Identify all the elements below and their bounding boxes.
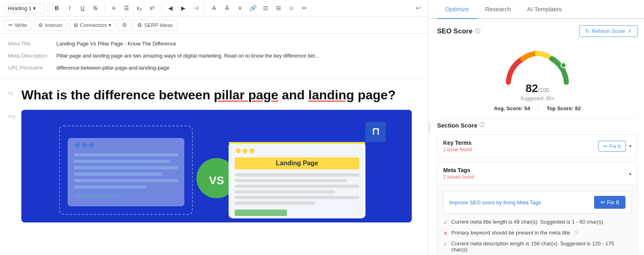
link-button[interactable]: 🔗 <box>247 2 258 14</box>
text-align-button[interactable]: ≡ <box>234 2 246 14</box>
align-right-button[interactable]: ▶ <box>178 2 189 14</box>
key-terms-right: ✏ Fix It ▾ <box>598 141 632 152</box>
image-button[interactable]: ⊡ <box>260 2 271 14</box>
write-button[interactable]: ✏ Write <box>4 20 31 31</box>
svg-point-16 <box>236 148 241 153</box>
svg-rect-27 <box>235 210 287 216</box>
align-left-button[interactable]: ◀ <box>165 2 176 14</box>
strikethrough-button[interactable]: S <box>90 2 101 14</box>
ordered-list-button[interactable]: ≡ <box>108 2 119 14</box>
gauge-chart <box>501 46 574 86</box>
svg-rect-15 <box>229 142 365 144</box>
article-illustration: VS Landing Page <box>21 110 412 222</box>
subscript-button[interactable]: x₂ <box>134 2 145 14</box>
gauge-stats: Avg. Score: 54 Top Score: 82 <box>494 105 581 111</box>
key-terms-issue: 1 issue found <box>443 147 472 152</box>
svg-rect-21 <box>235 173 359 177</box>
connectors-button[interactable]: ⊞ Connectors ▾ <box>69 20 116 31</box>
tab-ai-templates[interactable]: AI Templates <box>519 0 570 19</box>
heading-select-arrow: ▾ <box>33 5 36 11</box>
meta-permalink-row: URL Permalink difference-between-pillar-… <box>8 62 420 74</box>
meta-permalink-value[interactable]: difference-between-pillar-page-and-landi… <box>56 64 420 72</box>
meta-tags-issue: 2 issues found <box>443 174 474 180</box>
svg-text:⊓: ⊓ <box>372 126 380 137</box>
instruct-button[interactable]: ⚙ Instruct <box>34 20 67 31</box>
svg-point-4 <box>89 143 94 148</box>
editor-content[interactable]: h1 What is the difference between pillar… <box>0 79 428 255</box>
check-item-3: ✓ Current meta description length is 156… <box>443 241 632 253</box>
improve-text: Improve SEO score by fixing Meta Tags <box>449 199 541 206</box>
meta-tags-header: Meta Tags 2 issues found ▴ <box>438 162 637 185</box>
meta-tags-fix-button[interactable]: ✏ Fix It <box>594 196 625 209</box>
check-item-1: ✓ Current meta title length is 49 char(s… <box>443 219 632 226</box>
check-info-icon-2[interactable]: ⓘ <box>574 230 579 236</box>
meta-tags-title: Meta Tags <box>443 167 474 173</box>
seo-score-info-icon[interactable]: ⓘ <box>475 28 480 35</box>
superscript-button[interactable]: x² <box>147 2 158 14</box>
top-score-value: 82 <box>575 105 580 111</box>
svg-point-17 <box>243 148 248 153</box>
check-list: ✓ Current meta title length is 49 char(s… <box>443 219 632 255</box>
right-panel: Optimize Research AI Templates SEO Score… <box>431 0 644 255</box>
check-text-1: Current meta title length is 49 char(s).… <box>451 219 603 225</box>
svg-rect-25 <box>235 196 359 199</box>
settings-button[interactable]: ⚙ <box>118 19 130 31</box>
meta-tags-left: Meta Tags 2 issues found <box>443 167 474 180</box>
key-terms-fix-button[interactable]: ✏ Fix It <box>598 141 626 152</box>
bold-button[interactable]: B <box>51 2 62 14</box>
gauge-container: 82/100 Suggested: 85+ Avg. Score: 54 Top… <box>437 42 638 118</box>
refresh-label: Refresh Score <box>592 28 625 34</box>
meta-tags-chevron[interactable]: ▴ <box>629 171 632 176</box>
underline-button[interactable]: U <box>77 2 88 14</box>
instruct-icon: ⚙ <box>38 22 43 28</box>
key-terms-title: Key Terms <box>443 140 472 146</box>
gauge-score-denom: /100 <box>538 87 549 93</box>
avg-score-stat: Avg. Score: 54 <box>494 105 530 111</box>
meta-description-value[interactable]: Pillar page and landing page are two ama… <box>56 52 420 60</box>
meta-title-value[interactable]: Landing Page Vs Pillar Page - Know The D… <box>56 40 420 47</box>
meta-section: Meta Title Landing Page Vs Pillar Page -… <box>0 34 428 79</box>
tab-research-label: Research <box>485 6 511 12</box>
indent-button[interactable]: ⊣ <box>190 2 202 14</box>
meta-permalink-label: URL Permalink <box>8 64 56 71</box>
font-highlight-button[interactable]: Ā <box>221 2 233 14</box>
write-label: Write <box>15 22 27 28</box>
key-terms-chevron[interactable]: ▾ <box>629 143 632 149</box>
article-heading[interactable]: What is the difference between pillar pa… <box>21 87 412 104</box>
emoji-button[interactable]: ☺ <box>286 2 297 14</box>
svg-rect-24 <box>235 190 335 193</box>
panel-content: SEO Score ⓘ ↻ Refresh Score ↗ <box>431 19 644 255</box>
font-color-button[interactable]: A <box>208 2 220 14</box>
heading-select[interactable]: Heading 1 ▾ <box>4 3 44 13</box>
connectors-label: Connectors <box>80 22 107 28</box>
gauge-score-text: 82/100 Suggested: 85+ <box>520 82 554 101</box>
meta-tags-expanded: Improve SEO score by fixing Meta Tags ✏ … <box>438 185 637 255</box>
key-terms-header: Key Terms 1 issue found ✏ Fix It ▾ <box>438 135 637 157</box>
meta-title-row: Meta Title Landing Page Vs Pillar Page -… <box>8 38 420 50</box>
italic-button[interactable]: I <box>64 2 75 14</box>
seo-score-label: SEO Score <box>437 27 473 35</box>
article-image-container: VS Landing Page <box>21 110 412 222</box>
toolbar-divider-3 <box>161 4 161 12</box>
heading-text-3: page? <box>354 88 396 102</box>
code-button[interactable]: ✂ <box>299 2 310 14</box>
refresh-score-button[interactable]: ↻ Refresh Score ↗ <box>579 25 638 37</box>
svg-rect-9 <box>74 179 178 182</box>
tab-optimize[interactable]: Optimize <box>437 0 477 19</box>
avg-score-label: Avg. Score: <box>494 105 523 111</box>
serp-ideas-button[interactable]: ♻ SERP Ideas <box>133 20 177 31</box>
tab-research[interactable]: Research <box>477 0 519 19</box>
unordered-list-button[interactable]: ☰ <box>121 2 132 14</box>
panel-tabs: Optimize Research AI Templates <box>431 0 644 19</box>
check-text-3: Current meta description length is 156 c… <box>451 241 632 253</box>
history-button[interactable]: ↩ <box>413 2 424 14</box>
instruct-label: Instruct <box>45 22 62 28</box>
media-button[interactable]: ⊟ <box>273 2 284 14</box>
heading-select-label: Heading 1 <box>8 5 31 11</box>
toolbar-divider-1 <box>47 4 48 12</box>
key-terms-item: Key Terms 1 issue found ✏ Fix It ▾ <box>437 134 638 158</box>
refresh-external-icon: ↗ <box>627 28 632 34</box>
check-pass-icon-1: ✓ <box>443 219 448 226</box>
section-score-info-icon[interactable]: ⓘ <box>479 121 485 129</box>
top-score-stat: Top Score: 82 <box>547 105 581 111</box>
